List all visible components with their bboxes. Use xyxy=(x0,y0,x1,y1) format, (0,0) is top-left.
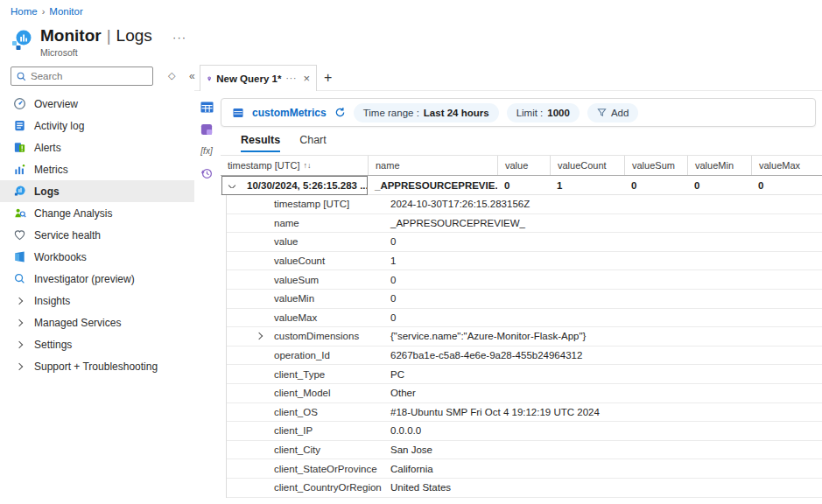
row-valuecount-cell: 1 xyxy=(550,180,624,191)
chevron-right-icon xyxy=(12,294,26,308)
sidebar-group-insights[interactable]: Insights xyxy=(0,290,194,312)
breadcrumb: Home›Monitor xyxy=(11,6,83,17)
workbooks-icon xyxy=(12,250,26,264)
investigator-icon xyxy=(12,272,26,286)
sidebar-item-service-health[interactable]: Service health xyxy=(0,224,194,246)
tables-icon[interactable] xyxy=(200,100,214,115)
detail-row-name: name _APPRESOURCEPREVIEW_ xyxy=(227,214,822,234)
sidebar-item-activity-log[interactable]: Activity log xyxy=(0,115,194,136)
metrics-icon xyxy=(12,163,26,177)
result-view-tabs: Results Chart xyxy=(241,134,327,152)
detail-row-valuesum: valueSum 0 xyxy=(227,270,822,290)
sidebar-item-workbooks[interactable]: Workbooks xyxy=(0,246,194,268)
sidebar-item-metrics[interactable]: Metrics xyxy=(0,158,194,180)
detail-row-client-countryorregion: client_CountryOrRegion United States xyxy=(227,479,822,498)
detail-row-client-city: client_City San Jose xyxy=(227,441,822,460)
search-input[interactable] xyxy=(31,67,151,85)
column-header-value[interactable]: value xyxy=(497,156,550,175)
detail-row-operation-id: operation_Id 6267ba1e-c5a8-4e6e-9a28-455… xyxy=(227,346,822,366)
breadcrumb-home[interactable]: Home xyxy=(11,6,38,17)
change-analysis-icon xyxy=(12,206,26,220)
column-header-valuesum[interactable]: valueSum xyxy=(624,156,687,175)
tab-new-query-1[interactable]: New Query 1* ··· × xyxy=(200,65,317,91)
detail-row-timestamp: timestamp [UTC] 2024-10-30T17:26:15.2831… xyxy=(227,195,822,214)
kql-pin-icon xyxy=(207,74,212,84)
row-valuemin-cell: 0 xyxy=(687,180,751,191)
sidebar-item-alerts[interactable]: Alerts xyxy=(0,136,194,158)
detail-row-valuecount: valueCount 1 xyxy=(227,252,822,271)
limit-pill[interactable]: Limit : 1000 xyxy=(507,103,580,122)
collapse-sidebar-icon[interactable]: « xyxy=(189,70,195,82)
sidebar-search-row: ◇ « xyxy=(11,66,194,86)
row-value-cell: 0 xyxy=(497,180,550,191)
logs-icon xyxy=(12,185,26,199)
activity-log-icon xyxy=(12,119,26,133)
search-input-wrapper xyxy=(11,66,153,86)
query-bar: customMetrics Time range : Last 24 hours… xyxy=(221,98,816,127)
refresh-icon[interactable] xyxy=(334,107,346,118)
guide-diamond-icon[interactable]: ◇ xyxy=(168,70,175,81)
monitor-logo-icon xyxy=(11,29,33,52)
more-options-icon[interactable]: ··· xyxy=(172,31,186,44)
query-history-icon[interactable] xyxy=(200,165,214,180)
sidebar-item-logs[interactable]: Logs xyxy=(0,180,194,202)
row-name-cell: _APPRESOURCEPREVIE... xyxy=(368,180,497,191)
tab-close-icon[interactable]: × xyxy=(303,72,310,85)
column-header-valuemax[interactable]: valueMax xyxy=(751,156,822,175)
column-header-name[interactable]: name xyxy=(368,156,497,175)
detail-row-customdimensions: customDimensions {"service.name":"Azure-… xyxy=(227,327,822,346)
azure-monitor-logs-page: Home›Monitor Monitor|Logs ··· Microsoft xyxy=(0,0,822,504)
column-header-valuecount[interactable]: valueCount xyxy=(550,156,624,175)
tab-more-icon[interactable]: ··· xyxy=(285,74,297,83)
sidebar-nav: Overview Activity log Alerts Metrics Log… xyxy=(0,93,194,377)
schema-icon-strip: [fx] xyxy=(198,100,215,180)
overview-icon xyxy=(12,97,26,111)
column-header-valuemin[interactable]: valueMin xyxy=(687,156,751,175)
sort-icon[interactable]: ↑↓ xyxy=(304,161,312,170)
expand-customdimensions-icon[interactable] xyxy=(256,332,263,340)
sidebar-item-investigator[interactable]: Investigator (preview) xyxy=(0,268,194,290)
row-timestamp-cell: 10/30/2024, 5:26:15.283 ... xyxy=(243,180,368,191)
time-range-pill[interactable]: Time range : Last 24 hours xyxy=(354,103,499,122)
detail-row-client-ip: client_IP 0.0.0.0 xyxy=(227,422,822,441)
chevron-right-icon xyxy=(12,360,26,374)
sidebar-item-change-analysis[interactable]: Change Analysis xyxy=(0,202,194,224)
chevron-right-icon xyxy=(12,338,26,352)
breadcrumb-separator: › xyxy=(42,6,46,17)
table-row[interactable]: 10/30/2024, 5:26:15.283 ... _APPRESOURCE… xyxy=(221,176,822,195)
detail-row-client-os: client_OS #18-Ubuntu SMP Fri Oct 4 19:12… xyxy=(227,403,822,423)
row-valuesum-cell: 0 xyxy=(624,180,687,191)
new-tab-button[interactable]: + xyxy=(324,70,332,86)
detail-row-client-stateorprovince: client_StateOrProvince California xyxy=(227,459,822,479)
detail-row-value: value 0 xyxy=(227,233,822,252)
row-details-panel: timestamp [UTC] 2024-10-30T17:26:15.2831… xyxy=(226,195,822,498)
add-filter-pill[interactable]: Add xyxy=(587,103,638,122)
detail-row-client-model: client_Model Other xyxy=(227,384,822,403)
query-table-name[interactable]: customMetrics xyxy=(252,107,327,119)
results-grid: timestamp [UTC] ↑↓ name value valueCount… xyxy=(221,155,822,498)
page-subtitle: Microsoft xyxy=(40,47,186,58)
row-collapse-icon[interactable] xyxy=(221,183,243,188)
row-valuemax-cell: 0 xyxy=(751,180,822,191)
page-header: Monitor|Logs ··· Microsoft xyxy=(11,26,186,58)
sidebar-group-support-troubleshooting[interactable]: Support + Troubleshooting xyxy=(0,355,194,377)
page-title: Monitor|Logs ··· xyxy=(40,26,186,46)
tab-results[interactable]: Results xyxy=(241,134,280,152)
sidebar-item-overview[interactable]: Overview xyxy=(0,93,194,115)
breadcrumb-monitor[interactable]: Monitor xyxy=(49,6,82,17)
filter-icon xyxy=(597,108,607,117)
alerts-icon xyxy=(12,141,26,155)
table-icon xyxy=(232,107,244,119)
sidebar-group-managed-services[interactable]: Managed Services xyxy=(0,312,194,333)
chevron-right-icon xyxy=(12,316,26,330)
service-health-icon xyxy=(12,228,26,242)
grid-header-row: timestamp [UTC] ↑↓ name value valueCount… xyxy=(221,155,822,176)
sidebar-group-settings[interactable]: Settings xyxy=(0,333,194,355)
detail-row-valuemax: valueMax 0 xyxy=(227,309,822,328)
detail-row-client-type: client_Type PC xyxy=(227,365,822,384)
column-header-timestamp[interactable]: timestamp [UTC] ↑↓ xyxy=(221,156,368,175)
detail-row-valuemin: valueMin 0 xyxy=(227,290,822,309)
tab-chart[interactable]: Chart xyxy=(299,134,327,152)
queries-icon[interactable] xyxy=(200,122,214,136)
functions-icon[interactable]: [fx] xyxy=(200,144,214,158)
